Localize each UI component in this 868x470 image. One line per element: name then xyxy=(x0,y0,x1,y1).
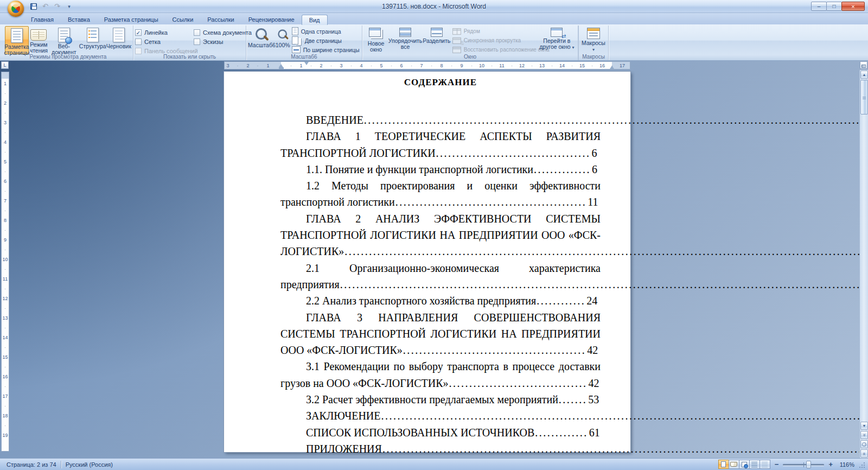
toc-entry[interactable]: 3.1 Рекомендации по выбору транспорта в … xyxy=(280,358,601,391)
one-page-button[interactable]: Одна страница xyxy=(290,27,361,36)
ribbon-tab-row: Главная Вставка Разметка страницы Ссылки… xyxy=(0,13,868,24)
page-width-button[interactable]: По ширине страницы xyxy=(290,45,361,54)
previous-page-button[interactable]: « xyxy=(860,431,868,439)
ruler-tick: 7 xyxy=(2,198,9,204)
scrollbar-thumb[interactable] xyxy=(860,80,868,115)
toc-entry[interactable]: 3.2 Расчет эффективности предлагаемых ме… xyxy=(280,391,601,408)
group-show-hide: ✓ Линейка Сетка Панель сообщений Схема д… xyxy=(133,26,246,60)
ruler-tick: · xyxy=(591,62,593,69)
tab-page-layout[interactable]: Разметка страницы xyxy=(97,15,165,24)
redo-button[interactable]: ↷ xyxy=(52,1,62,11)
toc-entry[interactable]: 1.1. Понятие и функции транспортной логи… xyxy=(280,161,601,177)
horizontal-ruler[interactable]: 3211234567891011121314151617············… xyxy=(224,61,630,69)
print-layout-shortcut[interactable] xyxy=(718,460,729,469)
vertical-scrollbar[interactable]: ▲ ▼ « « xyxy=(859,70,868,458)
toc-page-number: 11 xyxy=(586,196,598,208)
first-line-indent-marker[interactable] xyxy=(304,62,309,65)
ruler-tick: · xyxy=(330,62,332,69)
arrange-all-button[interactable]: Упорядочить все xyxy=(388,26,423,54)
toc-list: ВВЕДЕНИЕ................................… xyxy=(280,112,601,457)
tab-references[interactable]: Ссылки xyxy=(165,15,201,24)
restore-button[interactable]: □ xyxy=(826,2,842,11)
left-indent-marker[interactable] xyxy=(279,67,284,69)
toc-page-number: 42 xyxy=(588,377,599,389)
qat-customize-button[interactable]: ▾ xyxy=(64,1,74,11)
macros-button[interactable]: Макросы ▾ xyxy=(580,26,607,54)
toc-entry[interactable]: ГЛАВА 1 ТЕОРЕТИЧЕСКИЕ АСПЕКТЫ РАЗВИТИЯ Т… xyxy=(280,128,601,161)
switch-windows-button[interactable]: ⇄ Перейти в другое окно ▾ xyxy=(538,26,576,54)
ruler-tick: · xyxy=(2,208,9,213)
toc-text: ВВЕДЕНИЕ xyxy=(306,114,363,126)
tab-insert[interactable]: Вставка xyxy=(61,15,97,24)
full-screen-reading-shortcut[interactable] xyxy=(729,460,739,469)
redo-icon: ↷ xyxy=(54,2,60,10)
document-page[interactable]: СОДЕРЖАНИЕ ВВЕДЕНИЕ.....................… xyxy=(224,72,630,452)
toc-entry[interactable]: ВВЕДЕНИЕ................................… xyxy=(280,112,601,128)
zoom-slider[interactable] xyxy=(783,460,824,469)
page-indicator[interactable]: Страница: 2 из 74 xyxy=(2,461,61,468)
document-map-checkbox[interactable]: Схема документа xyxy=(194,29,252,36)
toc-entry[interactable]: ГЛАВА 2 АНАЛИЗ ЭФФЕКТИВНОСТИ СИСТЕМЫ ТРА… xyxy=(280,211,601,260)
vertical-ruler[interactable]: 12345678910111213141516171819···········… xyxy=(1,72,9,452)
tab-home[interactable]: Главная xyxy=(24,15,61,24)
ruler-tick: · xyxy=(2,384,9,389)
ruler-tick: · xyxy=(571,62,573,69)
button-label: Одна страница xyxy=(301,28,341,35)
zoom-level[interactable]: 116% xyxy=(837,461,854,468)
ruler-tick: · xyxy=(2,91,9,96)
toc-entry[interactable]: ЗАКЛЮЧЕНИЕ..............................… xyxy=(280,408,601,424)
scroll-down-button[interactable]: ▼ xyxy=(860,422,868,430)
window-title: 1397115. нов.docx - Microsoft Word xyxy=(0,0,868,13)
resize-grip[interactable] xyxy=(858,460,866,469)
toc-entry[interactable]: 2.2 Анализ транспортного хозяйства предп… xyxy=(280,293,601,309)
zoom-button[interactable]: Масштаб6 xyxy=(248,26,276,54)
toc-entry[interactable]: 2.1 Организационно-экономическая характе… xyxy=(280,260,601,293)
toc-dot-leader: ............ xyxy=(537,295,585,307)
ruler-tick: 5 xyxy=(2,159,9,164)
magnifier-100-icon xyxy=(277,29,288,40)
close-button[interactable]: × xyxy=(841,2,865,11)
office-button[interactable] xyxy=(8,1,24,17)
toc-entry[interactable]: СПИСОК ИСПОЛЬЗОВАННЫХ ИСТОЧНИКОВ........… xyxy=(280,424,601,441)
checkbox-label: Эскизы xyxy=(203,39,223,45)
ruler-tick: 15 xyxy=(2,354,9,360)
split-button[interactable]: Разделить xyxy=(423,26,451,54)
zoom-in-button[interactable]: + xyxy=(827,460,834,468)
new-window-button[interactable]: Новое окно xyxy=(364,26,388,54)
next-page-button[interactable]: « xyxy=(860,449,868,458)
gridlines-checkbox[interactable]: Сетка xyxy=(135,39,190,45)
toc-page-number: 6 xyxy=(591,163,597,175)
zoom-100-button[interactable]: 100% xyxy=(276,26,290,54)
select-browse-object-button[interactable] xyxy=(860,440,868,448)
toc-entry[interactable]: ПРИЛОЖЕНИЯ..............................… xyxy=(280,441,601,457)
tab-review[interactable]: Рецензирование xyxy=(241,15,302,24)
draft-shortcut[interactable] xyxy=(760,460,770,469)
ruler-tick: 4 xyxy=(2,139,9,145)
outline-shortcut[interactable] xyxy=(749,460,760,469)
web-layout-shortcut[interactable] xyxy=(739,460,750,469)
toc-entry[interactable]: ГЛАВА 3 НАПРАВЛЕНИЯ СОВЕРШЕНСТВОВАНИЯ СИ… xyxy=(280,309,601,359)
ruler-toggle-button[interactable] xyxy=(860,61,867,69)
ruler-checkbox[interactable]: ✓ Линейка xyxy=(135,29,190,36)
language-indicator[interactable]: Русский (Россия) xyxy=(61,461,117,468)
full-screen-reading-button[interactable]: Режим чтения xyxy=(29,26,49,54)
zoom-slider-thumb[interactable] xyxy=(806,461,811,468)
undo-button[interactable]: ↶ xyxy=(40,1,50,11)
tab-mailings[interactable]: Рассылки xyxy=(200,15,241,24)
tab-view[interactable]: Вид xyxy=(302,15,328,25)
minimize-button[interactable]: – xyxy=(811,2,827,11)
ruler-tick: · xyxy=(391,62,392,69)
thumbnails-checkbox[interactable]: Эскизы xyxy=(194,39,252,45)
zoom-out-button[interactable]: − xyxy=(774,460,780,468)
ruler-tick: · xyxy=(611,62,613,69)
save-button[interactable] xyxy=(28,1,39,11)
checkbox-label: Линейка xyxy=(144,29,168,36)
print-layout-button[interactable]: Разметка страницы xyxy=(5,26,29,54)
toc-entry[interactable]: 1.2 Методы проектирования и оценки эффек… xyxy=(280,177,601,211)
web-layout-button[interactable]: Веб-документ xyxy=(49,26,79,54)
draft-button[interactable]: Черновик xyxy=(106,26,131,54)
two-pages-button[interactable]: Две страницы xyxy=(290,36,361,45)
outline-button[interactable]: Структура xyxy=(79,26,106,54)
tab-selector[interactable]: L xyxy=(1,61,9,69)
scroll-up-button[interactable]: ▲ xyxy=(860,71,868,79)
